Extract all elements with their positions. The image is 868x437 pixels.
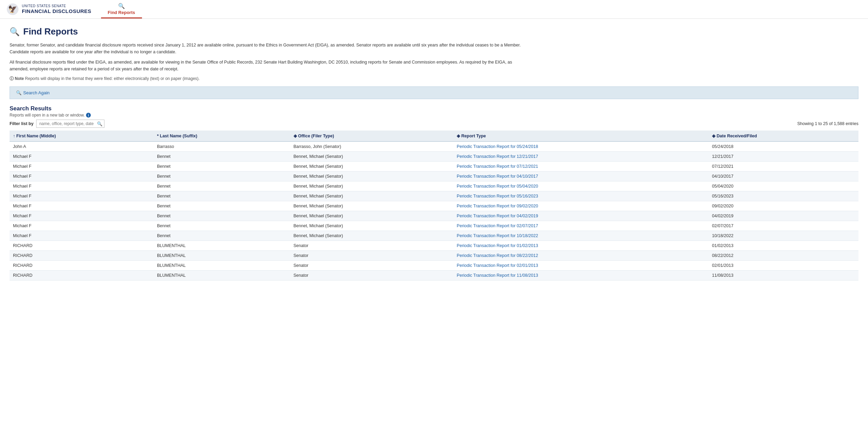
cell-report-type: Periodic Transaction Report for 04/02/20… [453, 211, 709, 221]
logo-bottom-line: FINANCIAL DISCLOSURES [22, 8, 91, 14]
cell-first-name: Michael F [10, 221, 154, 231]
cell-date: 04/10/2017 [709, 172, 858, 181]
report-link[interactable]: Periodic Transaction Report for 05/04/20… [457, 184, 538, 189]
table-row: RICHARD BLUMENTHAL Senator Periodic Tran… [10, 271, 858, 281]
report-link[interactable]: Periodic Transaction Report for 01/02/20… [457, 243, 538, 248]
table-row: Michael F Bennet Bennet, Michael (Senato… [10, 211, 858, 221]
table-row: Michael F Bennet Bennet, Michael (Senato… [10, 152, 858, 162]
site-logo: 🦅 UNITED STATES SENATE FINANCIAL DISCLOS… [0, 0, 98, 18]
results-title-group: Search Results Reports will open in a ne… [10, 105, 91, 118]
cell-last-name: Bennet [154, 191, 290, 201]
site-header: 🦅 UNITED STATES SENATE FINANCIAL DISCLOS… [0, 0, 868, 19]
main-content: 🔍 Find Reports Senator, former Senator, … [0, 19, 868, 437]
report-link[interactable]: Periodic Transaction Report for 04/10/20… [457, 174, 538, 179]
cell-date: 11/08/2013 [709, 271, 858, 281]
cell-office: Barrasso, John (Senator) [290, 141, 453, 152]
cell-last-name: Bennet [154, 181, 290, 191]
description-text-2: All financial disclosure reports filed u… [10, 60, 512, 71]
cell-date: 01/02/2013 [709, 241, 858, 251]
showing-text: Showing 1 to 25 of 1,588 entries [797, 121, 858, 126]
report-link[interactable]: Periodic Transaction Report for 02/07/20… [457, 223, 538, 228]
cell-last-name: BLUMENTHAL [154, 271, 290, 281]
search-again-bar: 🔍 Search Again [10, 86, 858, 99]
col-report-type[interactable]: ◈ Report Type [453, 131, 709, 141]
cell-office: Bennet, Michael (Senator) [290, 201, 453, 211]
svg-text:🦅: 🦅 [8, 5, 17, 14]
cell-report-type: Periodic Transaction Report for 07/12/20… [453, 162, 709, 172]
col-first-name[interactable]: ↑ First Name (Middle) [10, 131, 154, 141]
table-row: Michael F Bennet Bennet, Michael (Senato… [10, 221, 858, 231]
filter-row: Filter list by 🔍 Showing 1 to 25 of 1,58… [10, 120, 858, 128]
cell-report-type: Periodic Transaction Report for 01/02/20… [453, 241, 709, 251]
report-link[interactable]: Periodic Transaction Report for 07/12/20… [457, 164, 538, 169]
description-text-1: Senator, former Senator, and candidate f… [10, 43, 521, 54]
search-again-label: Search Again [23, 90, 49, 95]
results-title: Search Results [10, 105, 91, 112]
cell-first-name: Michael F [10, 211, 154, 221]
tab-find-reports[interactable]: 🔍 Find Reports [101, 0, 142, 18]
cell-office: Bennet, Michael (Senator) [290, 221, 453, 231]
col-last-name[interactable]: * Last Name (Suffix) [154, 131, 290, 141]
report-link[interactable]: Periodic Transaction Report for 05/16/20… [457, 194, 538, 199]
cell-date: 08/22/2012 [709, 251, 858, 261]
report-link[interactable]: Periodic Transaction Report for 11/08/20… [457, 273, 538, 278]
table-header: ↑ First Name (Middle) * Last Name (Suffi… [10, 131, 858, 141]
cell-report-type: Periodic Transaction Report for 09/02/20… [453, 201, 709, 211]
col-date-label: ◈ Date Received/Filed [712, 134, 757, 138]
cell-date: 02/07/2017 [709, 221, 858, 231]
find-reports-tab-label: Find Reports [108, 10, 135, 15]
cell-date: 05/24/2018 [709, 141, 858, 152]
cell-date: 12/21/2017 [709, 152, 858, 162]
cell-report-type: Periodic Transaction Report for 08/22/20… [453, 251, 709, 261]
cell-date: 09/02/2020 [709, 201, 858, 211]
cell-first-name: RICHARD [10, 241, 154, 251]
col-report-type-label: ◈ Report Type [457, 134, 486, 138]
table-row: RICHARD BLUMENTHAL Senator Periodic Tran… [10, 261, 858, 271]
cell-first-name: Michael F [10, 152, 154, 162]
cell-last-name: Bennet [154, 172, 290, 181]
report-link[interactable]: Periodic Transaction Report for 02/01/20… [457, 263, 538, 268]
report-link[interactable]: Periodic Transaction Report for 08/22/20… [457, 253, 538, 258]
cell-report-type: Periodic Transaction Report for 11/08/20… [453, 271, 709, 281]
note-text: Reports will display in the format they … [25, 76, 200, 81]
cell-first-name: Michael F [10, 172, 154, 181]
cell-last-name: BLUMENTHAL [154, 261, 290, 271]
report-link[interactable]: Periodic Transaction Report for 12/21/20… [457, 154, 538, 159]
cell-report-type: Periodic Transaction Report for 12/21/20… [453, 152, 709, 162]
info-icon[interactable]: i [86, 113, 91, 118]
report-link[interactable]: Periodic Transaction Report for 10/18/20… [457, 233, 538, 238]
cell-office: Senator [290, 251, 453, 261]
col-last-name-label: * Last Name (Suffix) [157, 134, 197, 138]
cell-report-type: Periodic Transaction Report for 02/01/20… [453, 261, 709, 271]
description-block-2: All financial disclosure reports filed u… [10, 59, 522, 72]
cell-report-type: Periodic Transaction Report for 10/18/20… [453, 231, 709, 241]
search-again-link[interactable]: 🔍 Search Again [16, 90, 49, 95]
cell-first-name: RICHARD [10, 261, 154, 271]
table-row: Michael F Bennet Bennet, Michael (Senato… [10, 181, 858, 191]
cell-date: 04/02/2019 [709, 211, 858, 221]
report-link[interactable]: Periodic Transaction Report for 05/24/20… [457, 144, 538, 149]
cell-office: Senator [290, 261, 453, 271]
table-row: Michael F Bennet Bennet, Michael (Senato… [10, 201, 858, 211]
col-office[interactable]: ◈ Office (Filer Type) [290, 131, 453, 141]
cell-office: Bennet, Michael (Senator) [290, 181, 453, 191]
table-row: RICHARD BLUMENTHAL Senator Periodic Tran… [10, 251, 858, 261]
cell-last-name: Bennet [154, 211, 290, 221]
filter-label-group: Filter list by 🔍 [10, 120, 104, 128]
cell-report-type: Periodic Transaction Report for 04/10/20… [453, 172, 709, 181]
page-title-row: 🔍 Find Reports [10, 26, 858, 37]
report-link[interactable]: Periodic Transaction Report for 04/02/20… [457, 214, 538, 218]
report-link[interactable]: Periodic Transaction Report for 09/02/20… [457, 204, 538, 208]
eagle-icon: 🦅 [6, 3, 19, 16]
col-office-label: ◈ Office (Filer Type) [294, 134, 334, 138]
table-header-row: ↑ First Name (Middle) * Last Name (Suffi… [10, 131, 858, 141]
table-row: Michael F Bennet Bennet, Michael (Senato… [10, 231, 858, 241]
table-row: Michael F Bennet Bennet, Michael (Senato… [10, 162, 858, 172]
filter-label: Filter list by [10, 121, 33, 126]
cell-first-name: Michael F [10, 162, 154, 172]
table-row: John A Barrasso Barrasso, John (Senator)… [10, 141, 858, 152]
col-first-name-label: ↑ First Name (Middle) [13, 134, 56, 138]
col-date[interactable]: ◈ Date Received/Filed [709, 131, 858, 141]
filter-input[interactable] [36, 120, 104, 128]
table-body: John A Barrasso Barrasso, John (Senator)… [10, 141, 858, 281]
